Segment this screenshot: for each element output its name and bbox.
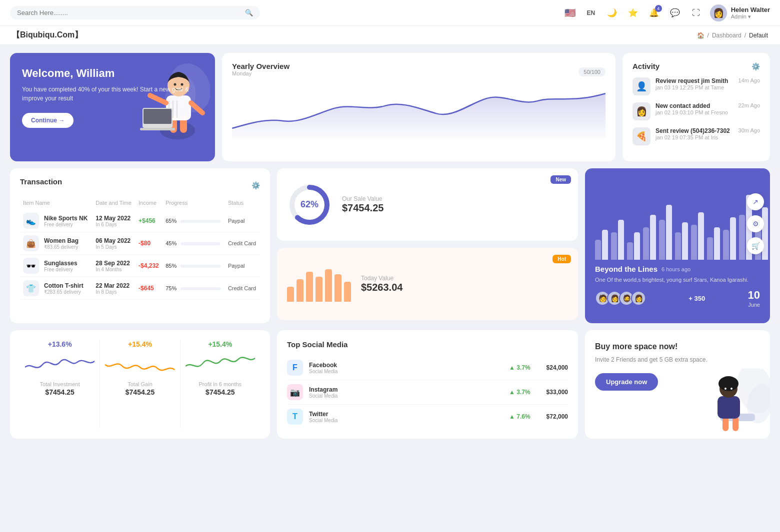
yearly-day: Monday — [232, 70, 290, 76]
activity-thumb: 👩 — [632, 102, 650, 120]
social-icon: T — [287, 409, 303, 425]
message-icon[interactable]: 💬 — [668, 6, 682, 20]
item-income: +$456 — [136, 210, 162, 232]
user-role: Admin ▾ — [731, 13, 770, 20]
item-date: 12 May 2022 — [96, 215, 132, 222]
star-icon[interactable]: ⭐ — [626, 6, 640, 20]
row-1: Welcome, William You have completed 40% … — [10, 53, 770, 161]
bar-b-light — [595, 240, 601, 260]
donut-chart: 62% — [287, 182, 332, 227]
social-val: $24,000 — [546, 364, 568, 371]
progress-bar-wrap — [180, 265, 220, 268]
continue-button[interactable]: Continue → — [22, 113, 74, 128]
stat-pct: +15.4% — [105, 340, 174, 348]
col-status: Status — [225, 198, 260, 210]
activity-time: 14m Ago — [738, 77, 760, 83]
item-status: Paypal — [225, 210, 260, 232]
progress-label: 85% — [166, 263, 176, 269]
progress-bar-wrap — [180, 220, 220, 223]
bar-b-light — [723, 230, 729, 260]
stat-item: +15.4% Total Gain $7454.25 — [100, 340, 180, 429]
search-bar[interactable]: 🔍 — [10, 6, 260, 19]
svg-point-28 — [730, 388, 732, 390]
progress-bar-wrap — [180, 242, 220, 245]
social-name: Twitter — [309, 411, 338, 418]
transaction-gear-icon[interactable]: ⚙️ — [252, 181, 260, 189]
bar-b-white — [698, 212, 704, 260]
col-item: Item Name — [20, 198, 92, 210]
notification-icon[interactable]: 🔔 4 — [647, 6, 661, 20]
bar-big-group — [707, 227, 720, 260]
stat-label: Profit in 6 months — [186, 381, 255, 387]
upgrade-illustration — [690, 369, 770, 439]
search-input[interactable] — [17, 9, 241, 16]
flag-icon[interactable]: 🇺🇸 — [563, 6, 577, 20]
user-info[interactable]: 👩 Helen Walter Admin ▾ — [710, 4, 770, 21]
item-date: 06 May 2022 — [96, 237, 132, 244]
breadcrumb-dashboard[interactable]: Dashboard — [712, 32, 742, 39]
social-val: $33,000 — [546, 389, 568, 396]
stats-card: +13.6% Total Investment $7454.25 +15.4% … — [10, 330, 270, 439]
item-status: Credit Card — [225, 232, 260, 255]
item-name: Sunglasses — [44, 260, 78, 267]
notification-badge: 4 — [655, 5, 662, 12]
bar-b-light — [643, 227, 649, 260]
progress-bar-wrap — [180, 287, 220, 290]
tool-btn-2[interactable]: ⚙ — [747, 215, 764, 232]
item-status: Credit Card — [225, 277, 260, 300]
hot-badge: Hot — [552, 255, 571, 263]
item-days: In 8 Days — [96, 289, 132, 295]
activity-sub-text: jan 03 19 12:25 PM at Tame — [656, 84, 734, 90]
bar-b-light — [675, 232, 681, 260]
activity-title-text: Review request jim Smith — [656, 77, 734, 84]
item-sub: Free delivery — [44, 267, 78, 272]
activity-time: 30m Ago — [738, 127, 760, 133]
breadcrumb-current: Default — [749, 32, 768, 39]
brand-logo: 【Biqubiqu.Com】 — [12, 30, 82, 40]
stat-item: +15.4% Profit in 6 months $7454.25 — [180, 340, 260, 429]
social-row: T Twitter Social Media ▲ 7.6% $72,000 — [287, 405, 568, 429]
home-icon[interactable]: 🏠 — [697, 32, 704, 39]
social-card: Top Social Media F Facebook Social Media… — [277, 330, 578, 439]
item-date: 22 Mar 2022 — [96, 282, 132, 289]
activity-gear-icon[interactable]: ⚙️ — [752, 62, 760, 70]
progress-label: 65% — [166, 218, 176, 224]
activity-title-text: New contact added — [656, 102, 734, 109]
upgrade-button[interactable]: Upgrade now — [595, 373, 658, 391]
bar-mini — [334, 274, 342, 302]
language-label[interactable]: EN — [584, 6, 598, 20]
wave-area — [105, 352, 174, 377]
stat-val: $7454.25 — [25, 388, 94, 396]
social-row: 📷 Instagram Social Media ▲ 3.7% $33,000 — [287, 380, 568, 405]
sale-value: $7454.25 — [342, 202, 384, 214]
bar-mini — [296, 279, 304, 302]
bar-mini — [287, 287, 294, 302]
stat-pct: +13.6% — [25, 340, 94, 348]
social-pct: ▲ 3.7% — [344, 389, 530, 396]
social-list: F Facebook Social Media ▲ 3.7% $24,000 📷… — [287, 356, 568, 429]
theme-toggle[interactable]: 🌙 — [605, 6, 619, 20]
social-info: Instagram Social Media — [309, 386, 338, 399]
bar-b-white — [666, 205, 672, 260]
table-row: 👕 Cotton T-shirt ₹283.65 delivery 22 Mar… — [20, 277, 260, 300]
fullscreen-icon[interactable]: ⛶ — [689, 6, 703, 20]
item-name: Women Bag — [44, 237, 78, 244]
bar-big-group — [723, 217, 736, 260]
item-days: In 6 Days — [96, 222, 132, 227]
transaction-table: Item Name Date and Time Income Progress … — [20, 198, 260, 300]
social-icon: F — [287, 360, 303, 376]
upgrade-sub: Invite 2 Friends and get 5 GB extra spac… — [595, 355, 760, 364]
tool-btn-1[interactable]: ↗ — [747, 193, 764, 210]
bar-b-white — [730, 217, 736, 260]
activity-thumb: 🍕 — [632, 127, 650, 145]
social-title: Top Social Media — [287, 340, 568, 349]
bar-big-group — [643, 215, 656, 260]
avatar-item: 👩 — [631, 291, 646, 306]
tool-btn-3[interactable]: 🛒 — [747, 237, 764, 254]
upgrade-card: Buy more space now! Invite 2 Friends and… — [585, 330, 770, 439]
item-days: In 4 Months — [96, 267, 132, 272]
stat-val: $7454.25 — [105, 388, 174, 396]
stat-label: Total Investment — [25, 381, 94, 387]
social-pct: ▲ 7.6% — [344, 413, 530, 420]
activity-list: 👤 Review request jim Smith jan 03 19 12:… — [632, 77, 760, 145]
